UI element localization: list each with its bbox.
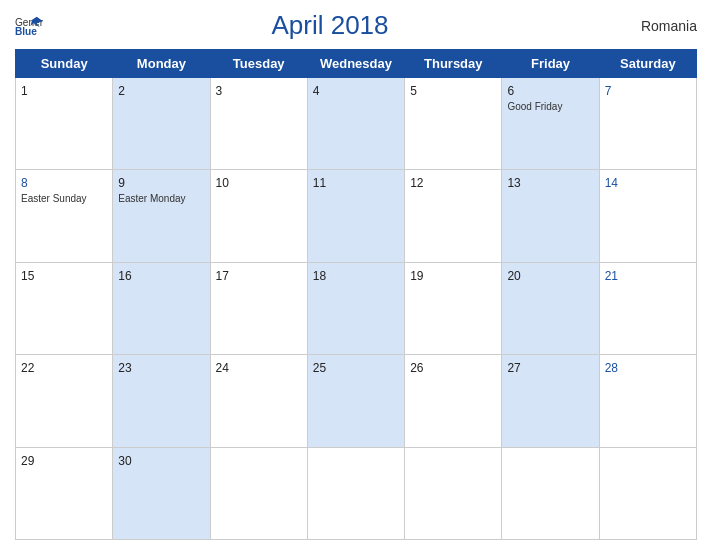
day-number: 25 <box>313 361 326 375</box>
day-number: 30 <box>118 454 131 468</box>
day-number: 14 <box>605 176 618 190</box>
day-number: 18 <box>313 269 326 283</box>
day-number: 19 <box>410 269 423 283</box>
calendar-cell <box>210 447 307 539</box>
week-row-1: 123456Good Friday7 <box>16 78 697 170</box>
holiday-label: Easter Sunday <box>21 193 107 204</box>
weekday-header-row: SundayMondayTuesdayWednesdayThursdayFrid… <box>16 50 697 78</box>
day-number: 10 <box>216 176 229 190</box>
calendar-cell <box>307 447 404 539</box>
day-number: 13 <box>507 176 520 190</box>
day-number: 26 <box>410 361 423 375</box>
calendar-cell: 2 <box>113 78 210 170</box>
day-number: 9 <box>118 176 125 190</box>
day-number: 7 <box>605 84 612 98</box>
calendar-cell: 26 <box>405 355 502 447</box>
calendar-header: General Blue April 2018 Romania <box>15 10 697 41</box>
holiday-label: Good Friday <box>507 101 593 112</box>
calendar-cell: 25 <box>307 355 404 447</box>
calendar-cell: 12 <box>405 170 502 262</box>
weekday-header-wednesday: Wednesday <box>307 50 404 78</box>
day-number: 12 <box>410 176 423 190</box>
calendar-cell: 28 <box>599 355 696 447</box>
weekday-header-friday: Friday <box>502 50 599 78</box>
day-number: 11 <box>313 176 326 190</box>
calendar-cell: 11 <box>307 170 404 262</box>
weekday-header-tuesday: Tuesday <box>210 50 307 78</box>
day-number: 2 <box>118 84 125 98</box>
calendar-cell: 6Good Friday <box>502 78 599 170</box>
day-number: 24 <box>216 361 229 375</box>
calendar-cell: 30 <box>113 447 210 539</box>
day-number: 27 <box>507 361 520 375</box>
weekday-header-monday: Monday <box>113 50 210 78</box>
calendar-cell: 18 <box>307 262 404 354</box>
day-number: 29 <box>21 454 34 468</box>
weekday-header-sunday: Sunday <box>16 50 113 78</box>
day-number: 1 <box>21 84 28 98</box>
calendar-table: SundayMondayTuesdayWednesdayThursdayFrid… <box>15 49 697 540</box>
calendar-cell: 1 <box>16 78 113 170</box>
weekday-header-thursday: Thursday <box>405 50 502 78</box>
calendar-cell: 8Easter Sunday <box>16 170 113 262</box>
day-number: 4 <box>313 84 320 98</box>
day-number: 15 <box>21 269 34 283</box>
calendar-cell: 20 <box>502 262 599 354</box>
calendar-cell: 17 <box>210 262 307 354</box>
day-number: 17 <box>216 269 229 283</box>
calendar-cell: 10 <box>210 170 307 262</box>
calendar-cell <box>502 447 599 539</box>
week-row-5: 2930 <box>16 447 697 539</box>
calendar-cell: 19 <box>405 262 502 354</box>
calendar-title: April 2018 <box>43 10 617 41</box>
calendar-cell: 15 <box>16 262 113 354</box>
day-number: 8 <box>21 176 28 190</box>
day-number: 23 <box>118 361 131 375</box>
svg-text:Blue: Blue <box>15 26 37 37</box>
week-row-2: 8Easter Sunday9Easter Monday1011121314 <box>16 170 697 262</box>
calendar-cell: 22 <box>16 355 113 447</box>
country-label: Romania <box>617 18 697 34</box>
calendar-cell: 29 <box>16 447 113 539</box>
calendar-cell: 24 <box>210 355 307 447</box>
calendar-cell: 21 <box>599 262 696 354</box>
calendar-cell: 14 <box>599 170 696 262</box>
week-row-4: 22232425262728 <box>16 355 697 447</box>
calendar-cell: 5 <box>405 78 502 170</box>
calendar-cell: 3 <box>210 78 307 170</box>
day-number: 22 <box>21 361 34 375</box>
calendar-cell: 27 <box>502 355 599 447</box>
day-number: 6 <box>507 84 514 98</box>
holiday-label: Easter Monday <box>118 193 204 204</box>
logo-bird-icon: General Blue <box>15 15 43 37</box>
calendar-cell: 13 <box>502 170 599 262</box>
calendar-cell: 9Easter Monday <box>113 170 210 262</box>
day-number: 21 <box>605 269 618 283</box>
weekday-header-saturday: Saturday <box>599 50 696 78</box>
day-number: 3 <box>216 84 223 98</box>
day-number: 20 <box>507 269 520 283</box>
calendar-cell: 4 <box>307 78 404 170</box>
calendar-cell <box>405 447 502 539</box>
calendar-cell: 7 <box>599 78 696 170</box>
calendar-cell: 16 <box>113 262 210 354</box>
week-row-3: 15161718192021 <box>16 262 697 354</box>
day-number: 28 <box>605 361 618 375</box>
calendar-cell: 23 <box>113 355 210 447</box>
day-number: 5 <box>410 84 417 98</box>
day-number: 16 <box>118 269 131 283</box>
logo: General Blue <box>15 15 43 37</box>
calendar-cell <box>599 447 696 539</box>
